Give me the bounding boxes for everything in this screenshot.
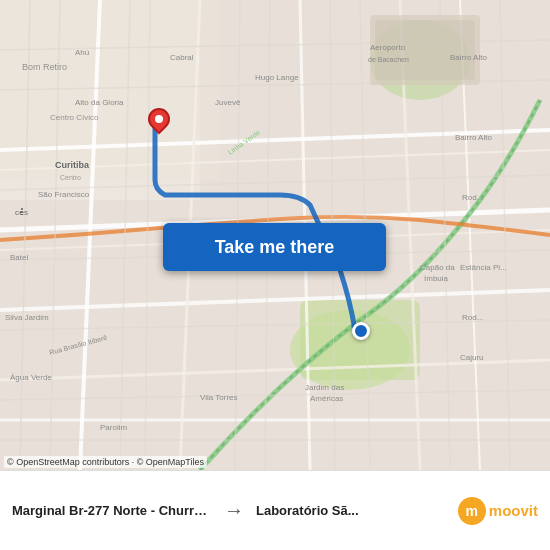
- svg-text:Alto da Gloria: Alto da Gloria: [75, 98, 124, 107]
- svg-text:Rod...: Rod...: [462, 193, 483, 202]
- moovit-letter: m: [466, 503, 478, 519]
- svg-text:Bom Retiro: Bom Retiro: [22, 62, 67, 72]
- svg-text:Parolim: Parolim: [100, 423, 127, 432]
- svg-text:Batel: Batel: [10, 253, 28, 262]
- moovit-logo: m moovit: [458, 497, 538, 525]
- svg-text:São Francisco: São Francisco: [38, 190, 90, 199]
- svg-text:Bairro Alto: Bairro Alto: [450, 53, 487, 62]
- svg-text:Estância Pi...: Estância Pi...: [460, 263, 507, 272]
- svg-text:de Bacacheri: de Bacacheri: [368, 56, 409, 63]
- svg-text:Centro Cívico: Centro Cívico: [50, 113, 99, 122]
- destination-text: Laboratório Sã...: [256, 503, 446, 518]
- svg-text:Aeroporto: Aeroporto: [370, 43, 406, 52]
- svg-text:Vila Torres: Vila Torres: [200, 393, 238, 402]
- svg-text:Água Verde: Água Verde: [10, 373, 52, 382]
- svg-text:Cajuru: Cajuru: [460, 353, 484, 362]
- svg-text:Silva Jardim: Silva Jardim: [5, 313, 49, 322]
- app: Bom Retiro Centro Cívico Curitiba Centro…: [0, 0, 550, 550]
- moovit-logo-icon: m: [458, 497, 486, 525]
- svg-text:Cabral: Cabral: [170, 53, 194, 62]
- origin-pin: [148, 108, 170, 130]
- origin-pin-inner: [155, 115, 163, 123]
- svg-text:ce̊s: ce̊s: [15, 208, 28, 217]
- svg-text:Jardim das: Jardim das: [305, 383, 344, 392]
- svg-text:Rod...: Rod...: [462, 313, 483, 322]
- svg-text:Capão da: Capão da: [420, 263, 455, 272]
- svg-text:Imbuia: Imbuia: [424, 274, 449, 283]
- arrow-icon: →: [224, 499, 244, 522]
- destination-location: Laboratório Sã...: [256, 503, 446, 518]
- take-me-there-button[interactable]: Take me there: [163, 223, 386, 271]
- map-container: Bom Retiro Centro Cívico Curitiba Centro…: [0, 0, 550, 470]
- svg-text:Juvevê: Juvevê: [215, 98, 241, 107]
- svg-text:Bairro Alto: Bairro Alto: [455, 133, 492, 142]
- moovit-logo-text: moovit: [489, 502, 538, 519]
- map-attribution: © OpenStreetMap contributors · © OpenMap…: [4, 456, 207, 468]
- bottom-bar: Marginal Br-277 Norte - Churras... → Lab…: [0, 470, 550, 550]
- svg-text:Hugo Lange: Hugo Lange: [255, 73, 299, 82]
- svg-text:Américas: Américas: [310, 394, 343, 403]
- svg-text:Ahú: Ahú: [75, 48, 89, 57]
- origin-pin-circle: [143, 103, 174, 134]
- origin-text: Marginal Br-277 Norte - Churras...: [12, 503, 212, 518]
- destination-pin: [352, 322, 370, 340]
- svg-text:Centro: Centro: [60, 174, 81, 181]
- svg-text:Curitiba: Curitiba: [55, 160, 90, 170]
- origin-location: Marginal Br-277 Norte - Churras...: [12, 503, 212, 518]
- destination-pin-circle: [352, 322, 370, 340]
